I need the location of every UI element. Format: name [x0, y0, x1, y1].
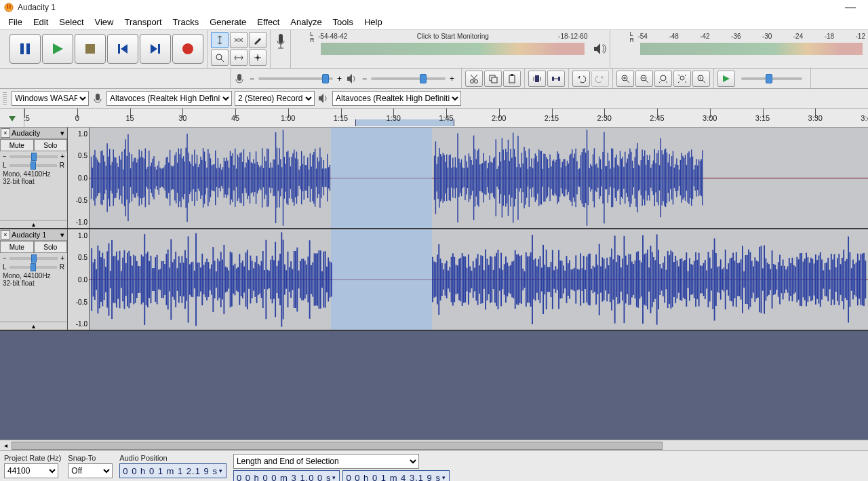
svg-rect-463	[99, 251, 100, 309]
playback-device-select[interactable]: Altavoces (Realtek High Definitio	[332, 91, 461, 106]
track-gain-slider[interactable]: −+	[0, 254, 67, 262]
recording-device-select[interactable]: Altavoces (Realtek High Definition	[106, 91, 232, 106]
pause-button[interactable]	[9, 34, 41, 64]
waveform-area-1[interactable]	[90, 128, 868, 228]
play-at-speed-button[interactable]	[717, 71, 735, 87]
menu-edit[interactable]: Edit	[28, 16, 54, 28]
track-pan-slider[interactable]: LR	[0, 161, 67, 169]
menu-tools[interactable]: Tools	[328, 16, 359, 28]
track-menu-dropdown[interactable]: ▾	[58, 129, 66, 138]
svg-rect-506	[166, 254, 167, 305]
stop-button[interactable]	[75, 34, 106, 64]
svg-rect-261	[461, 159, 462, 196]
minimize-button[interactable]: —	[837, 1, 864, 14]
track-collapse-button[interactable]: ▴	[0, 322, 67, 330]
track-mute-button[interactable]: Mute	[0, 241, 34, 253]
playback-volume-slider[interactable]: − +	[358, 74, 458, 83]
play-button[interactable]	[42, 34, 73, 64]
svg-rect-279	[483, 153, 484, 203]
recording-channels-select[interactable]: 2 (Stereo) Recording	[235, 91, 315, 106]
play-speed-slider[interactable]	[736, 77, 808, 80]
vertical-scale[interactable]: 1.0 0.5 0.0 -0.5 -1.0	[68, 128, 90, 228]
track-collapse-button[interactable]: ▴	[0, 220, 67, 228]
fit-project-button[interactable]	[673, 71, 691, 87]
menu-tracks[interactable]: Tracks	[167, 16, 205, 28]
selection-mode-select[interactable]: Length and End of Selection	[233, 454, 419, 469]
svg-rect-300	[509, 161, 510, 195]
skip-start-button[interactable]	[107, 34, 138, 64]
microphone-icon[interactable]	[274, 31, 288, 58]
project-rate-select[interactable]: 44100	[4, 463, 58, 478]
track-name[interactable]: Audacity	[12, 129, 58, 137]
track-menu-dropdown[interactable]: ▾	[58, 231, 66, 239]
menu-file[interactable]: File	[3, 16, 28, 28]
menu-transport[interactable]: Transport	[119, 16, 167, 28]
scroll-left-button[interactable]: ◂	[0, 442, 11, 449]
snap-to-select[interactable]: Off	[68, 463, 113, 478]
track-name[interactable]: Audacity 1	[12, 231, 58, 239]
svg-line-35	[646, 80, 648, 83]
menu-view[interactable]: View	[90, 16, 119, 28]
svg-rect-747	[641, 263, 642, 297]
selection-end-field[interactable]: 0 0 h 0 1 m 4 3.1 9 s▾	[342, 470, 450, 481]
svg-rect-632	[462, 253, 463, 306]
svg-rect-873	[837, 258, 838, 301]
svg-rect-55	[104, 161, 105, 193]
scrollbar-thumb[interactable]	[12, 442, 663, 450]
svg-rect-395	[626, 163, 627, 193]
multi-tool[interactable]	[249, 50, 267, 66]
speaker-icon[interactable]	[593, 41, 607, 56]
svg-rect-295	[502, 150, 503, 206]
timeline[interactable]: -1501530451:001:151:301:452:002:152:302:…	[0, 109, 868, 128]
selection-start-field[interactable]: 0 0 h 0 0 m 3 1.0 0 s▾	[233, 470, 340, 481]
track-gain-slider[interactable]: −+	[0, 153, 67, 160]
svg-rect-92	[150, 166, 151, 189]
track-close-button[interactable]: ×	[1, 230, 10, 239]
zoom-toggle-button[interactable]: 1	[692, 71, 710, 87]
trim-button[interactable]	[528, 71, 546, 87]
skip-end-button[interactable]	[140, 34, 171, 64]
envelope-tool[interactable]	[230, 32, 248, 48]
audio-position-field[interactable]: 0 0 h 0 1 m 1 2.1 9 s▾	[119, 463, 226, 478]
menu-help[interactable]: Help	[359, 16, 388, 28]
track-pan-slider[interactable]: LR	[0, 263, 67, 271]
svg-rect-95	[153, 156, 154, 199]
menu-select[interactable]: Select	[54, 16, 89, 28]
svg-rect-103	[163, 168, 164, 189]
zoom-tool[interactable]	[211, 50, 229, 66]
selection-tool[interactable]	[211, 32, 229, 48]
audio-host-select[interactable]: Windows WASAPI	[12, 91, 89, 106]
paste-button[interactable]	[503, 71, 521, 87]
menu-generate[interactable]: Generate	[204, 16, 252, 28]
draw-tool[interactable]	[249, 32, 267, 48]
track-solo-button[interactable]: Solo	[34, 241, 68, 253]
redo-button[interactable]	[591, 71, 609, 87]
track-close-button[interactable]: ×	[1, 128, 10, 138]
track-panel-2[interactable]: × Audacity 1 ▾ Mute Solo −+ LR Mono, 441…	[0, 229, 68, 330]
track-panel-1[interactable]: × Audacity ▾ Mute Solo −+ LR Mono, 44100…	[0, 128, 68, 228]
recording-meter[interactable]: LR -54 -48 -42 Click to Start Monitoring…	[291, 30, 590, 68]
zoom-out-button[interactable]	[635, 71, 653, 87]
timeshift-tool[interactable]	[230, 50, 248, 66]
vertical-scale[interactable]: 1.0 0.5 0.0 -0.5 -1.0	[68, 229, 90, 330]
svg-rect-332	[549, 168, 549, 187]
svg-rect-220	[307, 157, 308, 198]
track-solo-button[interactable]: Solo	[34, 139, 68, 151]
timeline-pin-button[interactable]	[0, 109, 24, 127]
silence-button[interactable]	[547, 71, 565, 87]
waveform-area-2[interactable]	[90, 229, 868, 330]
horizontal-scrollbar[interactable]: ◂	[0, 440, 868, 450]
recording-volume-slider[interactable]: − +	[245, 74, 346, 83]
svg-rect-784	[698, 253, 700, 307]
menu-effect[interactable]: Effect	[252, 16, 285, 28]
zoom-in-button[interactable]	[616, 71, 634, 87]
record-button[interactable]	[172, 34, 203, 64]
svg-rect-659	[504, 264, 505, 294]
track-mute-button[interactable]: Mute	[0, 139, 34, 151]
fit-selection-button[interactable]	[654, 71, 672, 87]
cut-button[interactable]	[465, 71, 483, 87]
copy-button[interactable]	[484, 71, 502, 87]
menu-analyze[interactable]: Analyze	[285, 16, 327, 28]
playback-meter[interactable]: LR -54 -48 -42 -36 -30 -24 -18 -12	[610, 30, 868, 68]
undo-button[interactable]	[572, 71, 590, 87]
